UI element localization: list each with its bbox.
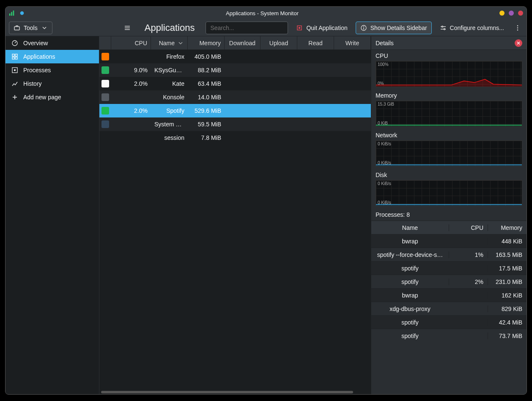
th-memory[interactable]: Memory	[188, 36, 225, 49]
configure-label: Configure columns...	[450, 25, 504, 31]
details-table-row[interactable]: spotify73.7 MiB	[371, 329, 527, 342]
scrollbar-thumb[interactable]	[101, 391, 353, 393]
show-details-sidebar-button[interactable]: Show Details Sidebar	[356, 22, 432, 34]
dcell-memory: 162 KiB	[488, 292, 527, 299]
sidebar-item-processes[interactable]: Processes	[5, 63, 99, 77]
table-body[interactable]: Firefox405.0 MiB9.0%KSysGua…88.2 MiB2.0%…	[99, 50, 371, 390]
process-count: Processes: 8	[371, 209, 527, 221]
table-row[interactable]: 9.0%KSysGua…88.2 MiB	[99, 63, 371, 77]
cell-memory: 7.8 MiB	[188, 134, 225, 141]
details-table-row[interactable]: bwrap448 KiB	[371, 234, 527, 248]
hamburger-icon	[124, 25, 131, 31]
chart-title-memory: Memory	[371, 90, 527, 101]
sidebar-item-label: History	[23, 80, 42, 87]
details-table-row[interactable]: spotify42.4 MiB	[371, 315, 527, 329]
kebab-icon	[514, 25, 521, 31]
details-table-row[interactable]: spotify17.5 MiB	[371, 261, 527, 275]
dcell-name: xdg-dbus-proxy	[371, 306, 449, 312]
svg-rect-18	[12, 57, 14, 59]
table-row[interactable]: System S…59.5 MiB	[99, 117, 371, 131]
svg-rect-6	[299, 27, 300, 29]
dcell-name: bwrap	[371, 292, 449, 299]
dcell-memory: 17.5 MiB	[488, 265, 527, 272]
tools-menu-button[interactable]: Tools	[9, 22, 52, 34]
details-table-row[interactable]: spotify --force-device-s…1%163.5 MiB	[371, 248, 527, 261]
chart-disk: 0 KiB/s0 KiB/s	[376, 180, 522, 206]
dcell-name: spotify	[371, 319, 449, 326]
svg-point-12	[517, 25, 518, 26]
maximize-button[interactable]	[509, 11, 514, 16]
svg-rect-1	[11, 12, 12, 16]
sidebar-item-applications[interactable]: Applications	[5, 50, 99, 63]
sidebar-item-label: Applications	[23, 53, 55, 60]
cell-icon	[99, 107, 111, 115]
svg-rect-4	[14, 27, 19, 30]
plus-icon	[11, 94, 18, 101]
cell-memory: 405.0 MiB	[188, 53, 225, 60]
details-header: Details	[371, 36, 527, 50]
th-download[interactable]: Download	[225, 36, 261, 49]
table-row[interactable]: Konsole14.0 MiB	[99, 90, 371, 104]
th-read[interactable]: Read	[297, 36, 334, 49]
th-icon[interactable]	[99, 36, 111, 49]
briefcase-icon	[14, 25, 20, 31]
dcell-name: spotify	[371, 278, 449, 285]
th-name[interactable]: Name	[151, 36, 188, 49]
th-write[interactable]: Write	[334, 36, 371, 49]
cell-icon	[99, 53, 111, 60]
window-controls	[499, 11, 523, 16]
cell-name: Spotify	[151, 107, 188, 114]
table-row[interactable]: 2.0%Kate63.4 MiB	[99, 77, 371, 90]
sidebar-item-add-new-page[interactable]: Add new page	[5, 90, 99, 104]
cell-icon	[99, 120, 111, 128]
th-upload[interactable]: Upload	[261, 36, 297, 49]
close-window-button[interactable]	[518, 11, 523, 16]
titlebar-left	[9, 10, 25, 16]
cell-cpu: 2.0%	[111, 80, 151, 87]
app-icon	[101, 66, 109, 74]
search-field[interactable]	[206, 22, 288, 34]
dth-memory[interactable]: Memory	[488, 224, 527, 231]
sidebar-item-overview[interactable]: Overview	[5, 36, 99, 50]
body: OverviewApplicationsProcessesHistoryAdd …	[5, 36, 527, 394]
close-details-button[interactable]	[515, 39, 522, 47]
horizontal-scrollbar[interactable]	[99, 390, 371, 394]
svg-rect-9	[363, 27, 364, 30]
dcell-cpu: 1%	[449, 251, 488, 258]
dcell-name: spotify	[371, 265, 449, 272]
svg-rect-16	[12, 54, 14, 56]
table-row[interactable]: 2.0%Spotify529.6 MiB	[99, 104, 371, 117]
details-body: CPU100%0%Memory15.3 GiB0 KiBNetwork0 KiB…	[371, 50, 527, 394]
minimize-button[interactable]	[499, 11, 505, 16]
search-input[interactable]	[206, 22, 288, 34]
chart-line-icon	[11, 80, 18, 87]
hamburger-menu-button[interactable]	[121, 22, 134, 34]
details-table-row[interactable]: spotify2%231.0 MiB	[371, 275, 527, 288]
dcell-memory: 42.4 MiB	[488, 319, 527, 326]
quit-application-button[interactable]: Quit Application	[291, 22, 352, 34]
dcell-name: bwrap	[371, 238, 449, 245]
table-row[interactable]: Firefox405.0 MiB	[99, 50, 371, 63]
th-read-label: Read	[308, 40, 322, 46]
details-table-row[interactable]: bwrap162 KiB	[371, 288, 527, 302]
overflow-menu-button[interactable]	[512, 22, 523, 34]
svg-rect-0	[9, 14, 11, 16]
sidebar-item-history[interactable]: History	[5, 77, 99, 90]
details-table-row[interactable]: xdg-dbus-proxy829 KiB	[371, 302, 527, 315]
app-dot-icon	[19, 10, 25, 16]
table-header: CPU Name Memory Download Upload Read Wri…	[99, 36, 371, 50]
cell-name: session	[151, 134, 188, 141]
window-title: Applications - System Monitor	[25, 10, 499, 16]
configure-columns-button[interactable]: Configure columns...	[435, 22, 509, 34]
table-row[interactable]: session7.8 MiB	[99, 131, 371, 145]
cell-icon	[99, 80, 111, 87]
dth-name[interactable]: Name	[371, 224, 449, 231]
th-download-label: Download	[229, 40, 255, 46]
th-upload-label: Upload	[269, 40, 288, 46]
sidebar-item-label: Add new page	[23, 94, 61, 101]
cell-name: Konsole	[151, 94, 188, 101]
svg-point-8	[363, 26, 364, 27]
dcell-memory: 829 KiB	[488, 306, 527, 312]
dth-cpu[interactable]: CPU	[449, 224, 488, 231]
th-cpu[interactable]: CPU	[111, 36, 151, 49]
